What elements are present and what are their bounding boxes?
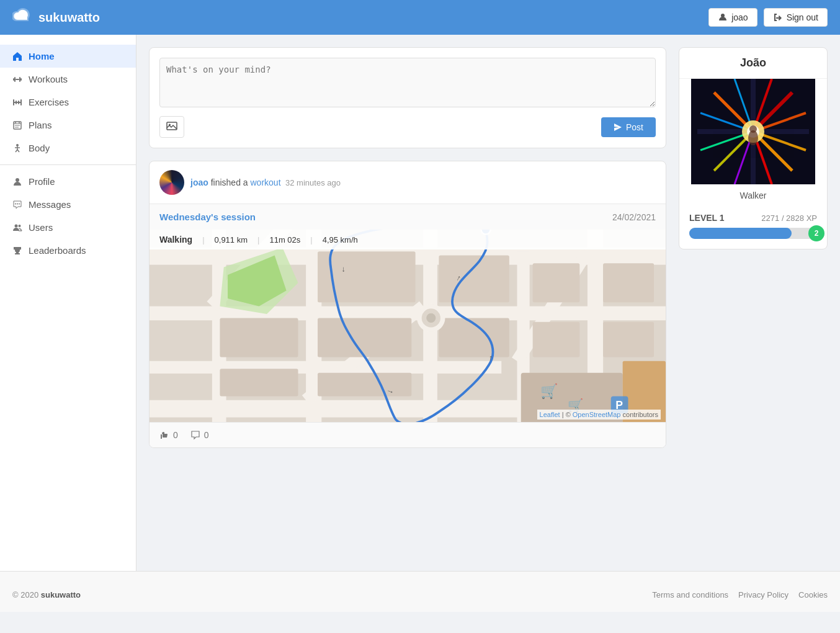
svg-rect-56 [603,263,654,302]
svg-point-26 [15,224,18,227]
activity-username[interactable]: joao [190,177,208,187]
svg-text:🛒: 🛒 [540,382,558,400]
svg-rect-6 [13,99,14,106]
svg-rect-58 [603,322,654,357]
body-icon [12,143,22,153]
like-button[interactable]: 0 [159,430,178,440]
svg-point-25 [19,203,20,204]
brand-logo: sukuwatto [12,7,100,27]
svg-rect-53 [220,369,298,396]
svg-line-21 [17,150,19,152]
activity-text: joao finished a workout 32 minutes ago [190,177,341,187]
sidebar-item-leaderboards[interactable]: Leaderboards [0,239,136,262]
leaflet-link[interactable]: Leaflet [540,411,560,418]
activity-feed-item: joao finished a workout 32 minutes ago W… [149,161,666,448]
app-header: sukuwatto joao Sign out [0,0,840,35]
workout-distance: 0,911 km [215,235,248,245]
like-count: 0 [173,430,178,440]
sidebar-label-body: Body [29,143,50,153]
svg-rect-49 [318,318,411,357]
footer-privacy[interactable]: Privacy Policy [738,590,789,599]
sidebar-item-workouts[interactable]: Workouts [0,68,136,91]
level-row: LEVEL 1 2271 / 2828 XP [689,213,817,223]
plans-icon [12,120,22,130]
comment-count: 0 [204,430,209,440]
svg-point-65 [426,313,436,323]
xp-bar-container: 2 [689,228,817,239]
activity-action: finished a [211,177,248,187]
svg-point-27 [19,225,21,227]
signout-label: Sign out [787,12,818,22]
svg-rect-4 [19,77,20,82]
brand-name: sukuwatto [38,11,100,25]
sidebar-item-users[interactable]: Users [0,216,136,239]
xp-bar-fill [689,228,792,239]
sidebar-item-messages[interactable]: Messages [0,193,136,216]
workout-title[interactable]: Wednesday's session [159,212,256,222]
post-textarea[interactable] [159,58,656,107]
next-level-badge: 2 [808,225,824,241]
workout-card: Wednesday's session 24/02/2021 Walking |… [150,204,666,447]
svg-point-24 [17,203,18,204]
profile-subtitle: Walker [679,184,827,207]
footer-cookies[interactable]: Cookies [798,590,828,599]
sidebar-divider [0,164,136,165]
profile-level-section: LEVEL 1 2271 / 2828 XP 2 [679,207,827,249]
avatar [159,170,184,195]
page-footer: © 2020 sukuwatto Terms and conditions Pr… [0,571,840,612]
signout-button[interactable]: Sign out [764,8,828,27]
signout-icon [773,12,783,22]
sidebar-label-home: Home [29,51,55,61]
post-image-button[interactable] [159,116,184,138]
activity-time: 32 minutes ago [283,178,341,187]
osm-link[interactable]: OpenStreetMap [573,411,621,418]
svg-point-22 [16,178,19,182]
svg-text:→: → [339,266,348,274]
svg-rect-95 [691,79,815,184]
walking-stats: Walking | 0,911 km | 11m 02s | 4,95 km/h [150,230,666,249]
workout-card-header: Wednesday's session 24/02/2021 [150,204,666,230]
svg-rect-36 [150,361,501,374]
username-label: joao [731,12,748,22]
svg-rect-29 [15,253,20,254]
svg-rect-10 [14,102,20,103]
user-icon [718,12,728,22]
sidebar-item-home[interactable]: Home [0,45,136,68]
sidebar-item-body[interactable]: Body [0,137,136,159]
workout-footer: 0 0 [150,422,666,447]
exercises-icon [12,97,22,107]
svg-rect-5 [16,79,19,80]
header-actions: joao Sign out [708,8,828,27]
sidebar-item-profile[interactable]: Profile [0,170,136,193]
avatar-image [159,170,184,195]
right-panel: João [679,35,840,571]
sidebar-label-users: Users [29,222,53,233]
level-label: LEVEL 1 [689,213,725,223]
sidebar-item-plans[interactable]: Plans [0,114,136,137]
svg-rect-28 [16,251,19,253]
activity-text-block: joao finished a workout 32 minutes ago [190,177,341,188]
sidebar-item-exercises[interactable]: Exercises [0,91,136,114]
svg-rect-51 [439,256,509,303]
cloud-logo-icon [12,7,32,27]
svg-point-17 [16,144,19,146]
svg-rect-1 [13,78,14,81]
workout-duration: 11m 02s [269,235,300,245]
image-icon [166,120,177,132]
post-submit-button[interactable]: Post [601,117,656,137]
footer-copyright: © 2020 sukuwatto [12,590,81,599]
post-actions: Post [159,116,656,138]
messages-icon [12,200,22,210]
activity-workout-link[interactable]: workout [251,177,281,187]
map-container: Walking | 0,911 km | 11m 02s | 4,95 km/h [150,230,666,422]
workout-date: 24/02/2021 [612,212,656,222]
footer-terms[interactable]: Terms and conditions [652,590,728,599]
sidebar: Home Workouts Exercises [0,35,136,571]
sidebar-label-leaderboards: Leaderboards [29,245,86,256]
comment-button[interactable]: 0 [190,430,209,440]
user-profile-button[interactable]: joao [708,8,757,27]
map-attribution: Leaflet | © OpenStreetMap contributors [537,410,661,420]
svg-rect-57 [533,322,580,357]
page-body: Home Workouts Exercises [0,35,840,571]
footer-brand: sukuwatto [41,590,81,599]
